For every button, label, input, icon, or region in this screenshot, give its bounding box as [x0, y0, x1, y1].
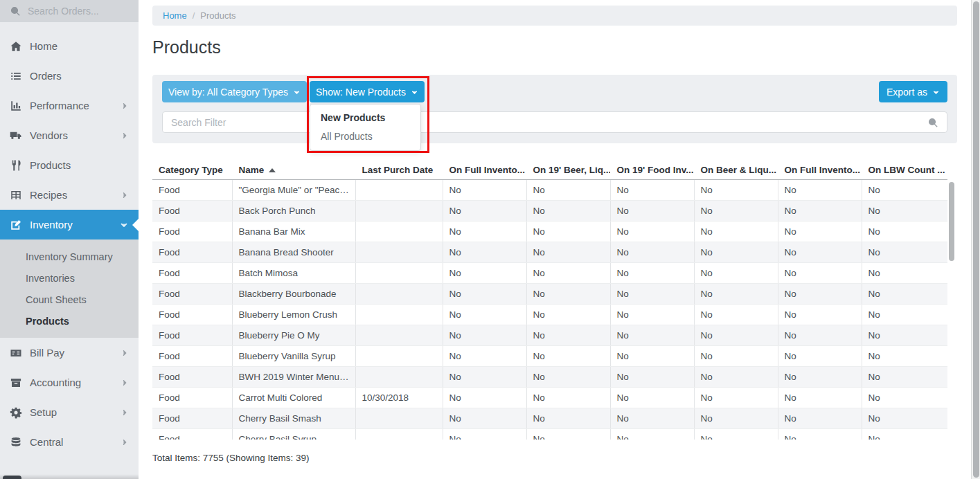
column-header-category-type[interactable]: Category Type	[152, 161, 232, 179]
table-cell: Banana Bread Shooter	[232, 242, 355, 262]
table-cell: No	[526, 283, 610, 304]
view-by-button[interactable]: View by: All Category Types	[162, 81, 307, 102]
table-cell: No	[694, 387, 778, 408]
sidebar-item-home[interactable]: Home	[0, 31, 139, 61]
table-cell: No	[610, 242, 694, 262]
table-cell: No	[694, 283, 778, 304]
sidebar-item-setup[interactable]: Setup	[0, 397, 139, 427]
table-cell: No	[694, 366, 778, 387]
table-cell: No	[443, 387, 526, 408]
table-cell: No	[694, 428, 778, 440]
products-table: Category TypeNameLast Purch DateOn Full …	[152, 161, 947, 440]
table-cell: No	[526, 345, 610, 366]
table-cell: No	[694, 262, 778, 283]
sidebar-item-orders[interactable]: Orders	[0, 61, 139, 91]
table-row[interactable]: FoodBanana Bar MixNoNoNoNoNoNo	[152, 221, 947, 242]
chevron-right-icon	[121, 102, 129, 110]
table-cell: Food	[152, 221, 232, 242]
search-icon	[10, 6, 21, 17]
sidebar-submenu: Inventory SummaryInventoriesCount Sheets…	[0, 240, 139, 338]
column-header-name[interactable]: Name	[232, 161, 355, 179]
table-row[interactable]: FoodCherry Basil SyrupNoNoNoNoNoNo	[152, 428, 947, 440]
table-cell: No	[862, 283, 947, 304]
table-cell: Cherry Basil Smash	[232, 408, 355, 428]
column-header-last-purch-date[interactable]: Last Purch Date	[355, 161, 443, 179]
page-scrollbar[interactable]	[971, 0, 980, 479]
table-cell: No	[862, 262, 947, 283]
sidebar-item-accounting[interactable]: Accounting	[0, 368, 139, 397]
table-cell: No	[862, 366, 947, 387]
table-row[interactable]: FoodBWH 2019 Winter Menu- ...NoNoNoNoNoN…	[152, 366, 947, 387]
table-cell: No	[526, 221, 610, 242]
table-cell: No	[526, 387, 610, 408]
table-cell: No	[443, 304, 526, 325]
table-cell: No	[610, 262, 694, 283]
sidebar-item-vendors[interactable]: Vendors	[0, 120, 139, 150]
sidebar-item-recipes[interactable]: Recipes	[0, 180, 139, 210]
dropdown-option-new-products[interactable]: New Products	[310, 109, 420, 127]
table-cell: Food	[152, 179, 232, 200]
table-cell: No	[694, 179, 778, 200]
column-header-on-19-beer-liq[interactable]: On 19' Beer, Liq...	[526, 161, 610, 179]
sidebar-subitem-count-sheets[interactable]: Count Sheets	[0, 289, 139, 311]
table-cell: No	[443, 262, 526, 283]
column-header-on-full-invento[interactable]: On Full Invento...	[443, 161, 526, 179]
show-button[interactable]: Show: New Products	[310, 81, 425, 102]
sidebar-item-label: Vendors	[30, 129, 121, 141]
sidebar-item-label: Orders	[30, 70, 129, 82]
truck-icon	[10, 129, 22, 142]
column-header-on-full-invento[interactable]: On Full Invento...	[778, 161, 862, 179]
table-cell	[355, 179, 443, 200]
table-row[interactable]: FoodBatch MimosaNoNoNoNoNoNo	[152, 262, 947, 283]
sidebar-item-performance[interactable]: Performance	[0, 91, 139, 120]
table-cell: No	[778, 408, 862, 428]
sidebar-item-products[interactable]: Products	[0, 150, 139, 180]
table-row[interactable]: FoodBlueberry Vanilla SyrupNoNoNoNoNoNo	[152, 345, 947, 366]
breadcrumb-separator: /	[193, 10, 195, 21]
sidebar-subitem-products[interactable]: Products	[0, 311, 139, 332]
dropdown-option-all-products[interactable]: All Products	[310, 127, 420, 146]
table-cell: No	[862, 345, 947, 366]
table-row[interactable]: FoodBack Porch PunchNoNoNoNoNoNo	[152, 200, 947, 221]
table-row[interactable]: FoodCarrot Multi Colored10/30/2018NoNoNo…	[152, 387, 947, 408]
table-cell: No	[526, 242, 610, 262]
table-cell: No	[694, 200, 778, 221]
sidebar-subitem-inventories[interactable]: Inventories	[0, 268, 139, 289]
orders-search-input[interactable]: Search Orders...	[0, 0, 139, 22]
table-row[interactable]: FoodCherry Basil SmashNoNoNoNoNoNo	[152, 408, 947, 428]
table-cell	[355, 221, 443, 242]
column-header-on-19-food-inv[interactable]: On 19' Food Inv...	[610, 161, 694, 179]
column-header-on-beer-liqu[interactable]: On Beer & Liqu...	[694, 161, 778, 179]
table-row[interactable]: FoodBanana Bread ShooterNoNoNoNoNoNo	[152, 242, 947, 262]
export-as-button[interactable]: Export as	[879, 81, 947, 102]
search-filter-input[interactable]: Search Filter	[162, 111, 947, 133]
table-cell: No	[778, 179, 862, 200]
table-row[interactable]: Food"Georgia Mule" or "Peach...NoNoNoNoN…	[152, 179, 947, 200]
table-row[interactable]: FoodBlueberry Pie O MyNoNoNoNoNoNo	[152, 325, 947, 345]
sidebar-subitem-inventory-summary[interactable]: Inventory Summary	[0, 246, 139, 268]
column-header-on-lbw-count[interactable]: On LBW Count ...	[862, 161, 947, 179]
table-row[interactable]: FoodBlackberry BourbonadeNoNoNoNoNoNo	[152, 283, 947, 304]
sidebar-item-bill-pay[interactable]: Bill Pay	[0, 338, 139, 368]
table-cell: No	[526, 366, 610, 387]
table-cell: No	[778, 221, 862, 242]
table-cell: No	[443, 428, 526, 440]
table-cell: No	[778, 366, 862, 387]
table-row[interactable]: FoodBlueberry Lemon CrushNoNoNoNoNoNo	[152, 304, 947, 325]
table-cell: No	[443, 200, 526, 221]
table-cell	[355, 345, 443, 366]
table-cell: No	[778, 242, 862, 262]
sidebar-item-inventory[interactable]: Inventory	[0, 210, 139, 240]
table-scrollbar-thumb[interactable]	[949, 182, 954, 261]
table-cell	[355, 428, 443, 440]
show-label: Show: New Products	[316, 87, 406, 98]
table-cell: No	[862, 387, 947, 408]
table-cell: No	[862, 428, 947, 440]
table-cell	[355, 366, 443, 387]
table-cell: No	[862, 179, 947, 200]
sidebar-item-central[interactable]: Central	[0, 427, 139, 457]
table-cell: No	[443, 325, 526, 345]
table-cell: Food	[152, 283, 232, 304]
breadcrumb-home-link[interactable]: Home	[163, 10, 187, 21]
page-scrollbar-thumb[interactable]	[973, 1, 979, 478]
